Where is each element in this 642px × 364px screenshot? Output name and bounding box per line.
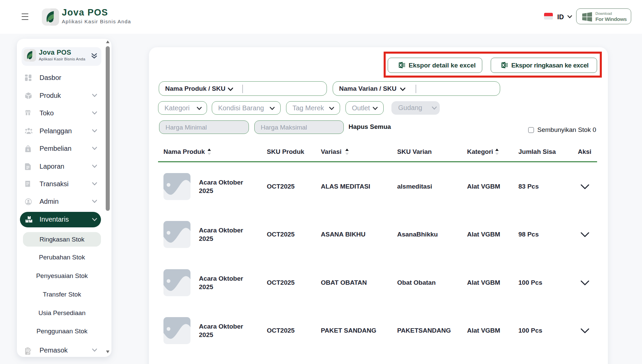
svg-text:$: $ (27, 148, 29, 151)
